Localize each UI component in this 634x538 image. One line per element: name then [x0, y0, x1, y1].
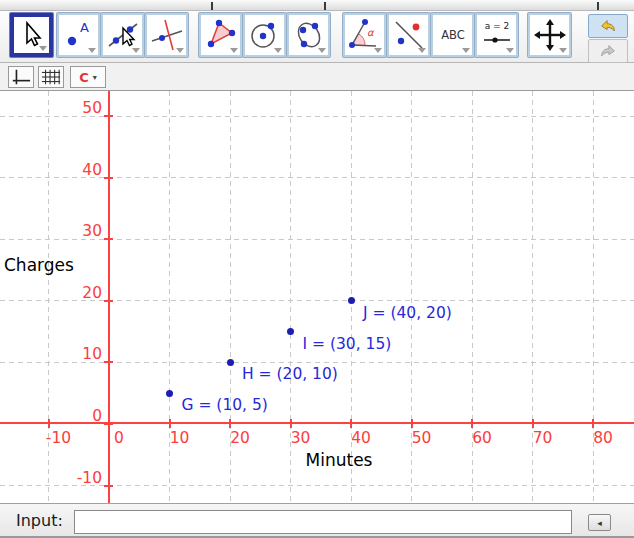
move-view-icon [533, 18, 567, 52]
dropdown-arrow-icon[interactable] [176, 48, 184, 53]
menu-separator [211, 2, 213, 10]
x-tick-label: 60 [452, 429, 512, 447]
tool-slider[interactable]: a = 2 [475, 13, 518, 57]
y-tick-label: 30 [40, 222, 102, 240]
tool-point[interactable]: A [57, 13, 100, 57]
y-axis [108, 91, 110, 503]
point-label-G: G = (10, 5) [182, 396, 268, 414]
polygon-icon [204, 18, 238, 52]
dropdown-arrow-icon[interactable] [132, 48, 140, 53]
dropdown-arrow-icon[interactable] [462, 48, 470, 53]
tool-ellipse[interactable] [287, 13, 330, 57]
y-axis-title: Charges [4, 255, 74, 275]
point-icon: A [62, 18, 96, 52]
input-field[interactable] [74, 510, 572, 534]
y-tick-label: 50 [40, 99, 102, 117]
tool-line[interactable] [101, 13, 144, 57]
x-tick-label: 30 [271, 429, 331, 447]
collapse-input-button[interactable]: ◂ [588, 514, 611, 531]
x-tick-label: 10 [150, 429, 210, 447]
dropdown-arrow-icon[interactable] [418, 48, 426, 53]
left-triangle-icon: ◂ [597, 518, 602, 528]
y-tick-label: -10 [40, 469, 102, 487]
svg-text:a = 2: a = 2 [484, 21, 509, 31]
tool-move-graphics-view[interactable] [528, 13, 571, 57]
x-tick-label: 50 [392, 429, 452, 447]
ellipse-icon [292, 18, 326, 52]
text-abc-icon: ABC [436, 18, 470, 52]
data-point-J[interactable] [348, 297, 355, 304]
x-tick-label: 70 [513, 429, 573, 447]
menu-strip [0, 0, 634, 11]
redo-icon [598, 42, 618, 60]
x-tick-label: 80 [573, 429, 633, 447]
svg-text:α: α [367, 27, 375, 38]
data-point-G[interactable] [166, 390, 173, 397]
undo-button[interactable] [588, 14, 628, 38]
toggle-axes-button[interactable] [8, 66, 34, 88]
data-point-H[interactable] [227, 359, 234, 366]
dropdown-arrow-icon[interactable] [274, 48, 282, 53]
x-axis [0, 422, 634, 424]
tool-move[interactable] [10, 13, 53, 57]
svg-text:ABC: ABC [441, 28, 465, 42]
dropdown-arrow-icon[interactable] [88, 48, 96, 53]
tool-text[interactable]: ABC [431, 13, 474, 57]
dropdown-arrow-icon[interactable] [39, 46, 47, 51]
chevron-down-icon: ▾ [93, 73, 97, 82]
tool-polygon[interactable] [199, 13, 242, 57]
dropdown-arrow-icon[interactable] [318, 48, 326, 53]
input-bar: Input: ◂ [0, 503, 634, 538]
y-tick-label: 20 [40, 284, 102, 302]
angle-icon: α [348, 18, 382, 52]
y-tick-label: 40 [40, 161, 102, 179]
tool-circle[interactable] [243, 13, 286, 57]
circle-icon [248, 18, 282, 52]
point-capturing-dropdown[interactable]: C ▾ [70, 66, 106, 88]
tool-reflect[interactable] [387, 13, 430, 57]
capture-letter: C [79, 71, 89, 84]
input-label: Input: [16, 511, 63, 530]
dropdown-arrow-icon[interactable] [374, 48, 382, 53]
svg-text:A: A [80, 20, 89, 35]
menu-separator [597, 2, 599, 10]
slider-icon: a = 2 [480, 18, 514, 52]
data-point-I[interactable] [287, 328, 294, 335]
x-tick-label: -10 [29, 429, 89, 447]
dropdown-arrow-icon[interactable] [559, 48, 567, 53]
redo-button[interactable] [588, 39, 628, 63]
x-tick-label: 20 [210, 429, 270, 447]
point-label-J: J = (40, 20) [363, 304, 452, 322]
style-bar: C ▾ [0, 63, 634, 91]
reflect-icon [392, 18, 426, 52]
y-tick-label: 10 [40, 345, 102, 363]
point-label-H: H = (20, 10) [242, 365, 338, 383]
toolbar: A [0, 11, 634, 63]
axes-icon [11, 68, 31, 86]
tool-angle[interactable]: α [343, 13, 386, 57]
menu-separator [324, 2, 326, 10]
dropdown-arrow-icon[interactable] [230, 48, 238, 53]
graphics-view[interactable]: -1001020304050607080-1001020304050Charge… [0, 91, 634, 503]
x-axis-title: Minutes [299, 450, 379, 470]
x-tick-label: 0 [89, 429, 149, 447]
grid-icon [41, 68, 61, 86]
tool-perpendicular-line[interactable] [145, 13, 188, 57]
toggle-grid-button[interactable] [38, 66, 64, 88]
point-label-I: I = (30, 15) [303, 335, 392, 353]
geogebra-window: A [0, 0, 634, 538]
undo-icon [598, 17, 618, 35]
perpendicular-line-icon [150, 18, 184, 52]
dropdown-arrow-icon[interactable] [506, 48, 514, 53]
line-icon [106, 18, 140, 52]
x-tick-label: 40 [331, 429, 391, 447]
